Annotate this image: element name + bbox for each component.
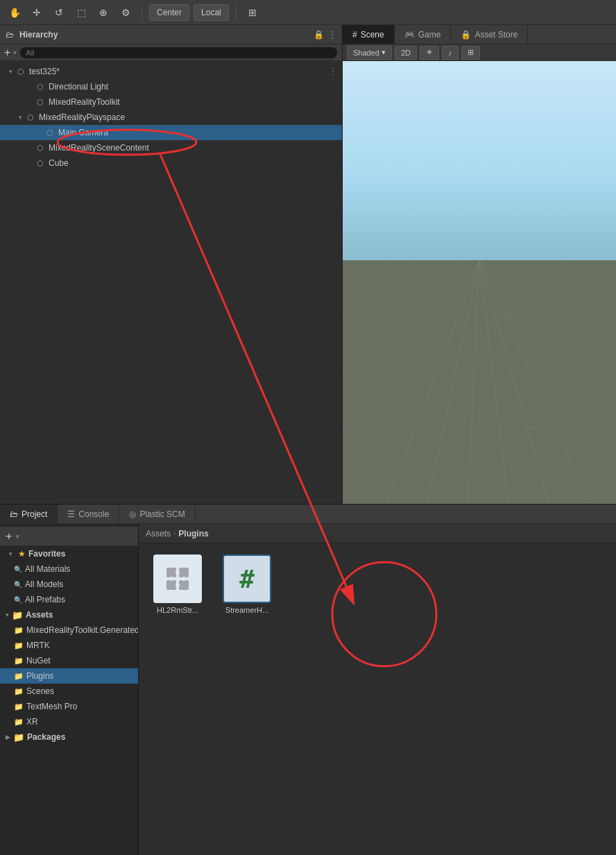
assets-header: ▾ 📁 Assets xyxy=(0,607,138,623)
svg-line-5 xyxy=(479,260,551,504)
scale-tool-icon[interactable]: ⬚ xyxy=(72,3,90,22)
all-prefabs-label: All Prefabs xyxy=(25,595,65,604)
sidebar-item-scenes[interactable]: 📁 Scenes xyxy=(0,684,138,699)
plugins-label: Plugins xyxy=(26,671,53,681)
tree-item-main-camera[interactable]: ⬡ Main Camera xyxy=(0,125,342,140)
mrtk-gen-folder-icon: 📁 xyxy=(14,626,24,635)
svg-line-1 xyxy=(384,260,479,504)
svg-point-18 xyxy=(182,577,186,581)
bottom-panel: 🗁 Project ☰ Console ◎ Plastic SCM + ▾ ▾ … xyxy=(0,504,616,855)
center-button[interactable]: Center xyxy=(149,4,189,21)
scene-panel: # Scene 🎮 Game 🔒 Asset Store Shaded ▾ 2D… xyxy=(343,25,616,504)
tab-console[interactable]: ☰ Console xyxy=(58,505,119,523)
asset-store-icon: 🔒 xyxy=(461,30,471,40)
packages-folder-icon: 📁 xyxy=(13,732,24,743)
tab-game[interactable]: 🎮 Game xyxy=(395,25,452,44)
tab-project[interactable]: 🗁 Project xyxy=(0,505,58,523)
breadcrumb-root[interactable]: Assets xyxy=(146,529,171,539)
sidebar-item-plugins[interactable]: 📁 Plugins xyxy=(0,668,138,684)
audio-icon: ♪ xyxy=(448,49,452,57)
hierarchy-add-button[interactable]: + xyxy=(4,47,10,58)
breadcrumb-arrow-icon: › xyxy=(173,530,176,537)
cube-spacer xyxy=(25,158,35,168)
console-tab-label: Console xyxy=(78,509,109,519)
light-button[interactable]: ☀ xyxy=(420,46,439,60)
sidebar-item-mrtk-generated[interactable]: 📁 MixedRealityToolkit.Generated xyxy=(0,623,138,638)
center-label: Center xyxy=(157,8,182,17)
textmesh-label: TextMesh Pro xyxy=(26,702,77,711)
hierarchy-lock-icon[interactable]: 🔒 xyxy=(314,30,324,40)
sc-spacer xyxy=(25,143,35,153)
hierarchy-menu-icon[interactable]: ⋮ xyxy=(328,30,336,40)
camera-icon: ⬡ xyxy=(44,127,55,138)
sidebar-item-all-prefabs[interactable]: 🔍 All Prefabs xyxy=(0,592,138,607)
tab-plastic-scm[interactable]: ◎ Plastic SCM xyxy=(119,505,195,523)
tree-item-directional-light[interactable]: ⬡ Directional Light xyxy=(0,79,342,94)
scene-view[interactable] xyxy=(343,61,616,504)
tree-item-mrtk[interactable]: ⬡ MixedRealityToolkit xyxy=(0,94,342,110)
sidebar-item-nuget[interactable]: 📁 NuGet xyxy=(0,653,138,668)
separator-1 xyxy=(142,6,142,19)
scene-icon: ⬡ xyxy=(15,66,26,77)
2d-button[interactable]: 2D xyxy=(395,46,417,60)
mrtk-gen-label: MixedRealityToolkit.Generated xyxy=(26,625,139,635)
tree-item-scene-root[interactable]: ▾ ⬡ test325* ⋮ xyxy=(0,64,342,79)
sidebar-item-all-materials[interactable]: 🔍 All Materials xyxy=(0,561,138,577)
scene-tabs: # Scene 🎮 Game 🔒 Asset Store xyxy=(343,25,616,44)
svg-rect-12 xyxy=(179,568,189,577)
settings-icon[interactable]: ⚙ xyxy=(117,3,135,22)
sidebar-item-textmesh[interactable]: 📁 TextMesh Pro xyxy=(0,699,138,714)
nuget-label: NuGet xyxy=(26,656,51,666)
asset-item-hl2rmstr[interactable]: HL2RmStr... xyxy=(150,555,205,614)
project-sidebar: + ▾ ▾ ★ Favorites 🔍 All Materials 🔍 All … xyxy=(0,524,139,855)
project-toolbar: + ▾ xyxy=(0,527,138,546)
scene-arrow-icon: ▾ xyxy=(6,67,15,76)
hash-icon: # xyxy=(239,565,255,593)
grid-icon[interactable]: ⊞ xyxy=(243,3,262,22)
hierarchy-add-arrow[interactable]: ▾ xyxy=(13,49,17,56)
puzzle-svg xyxy=(164,565,191,593)
asset-icon-streamerh: # xyxy=(223,555,271,603)
tree-item-scene-content[interactable]: ⬡ MixedRealitySceneContent xyxy=(0,140,342,155)
svg-line-4 xyxy=(479,260,509,504)
rect-tool-icon[interactable]: ⊕ xyxy=(94,3,112,22)
breadcrumb-current: Plugins xyxy=(178,529,208,539)
shaded-arrow: ▾ xyxy=(382,48,386,57)
plugins-folder-icon: 📁 xyxy=(14,672,24,681)
scenes-label: Scenes xyxy=(26,686,54,696)
tree-item-cube[interactable]: ⬡ Cube xyxy=(0,155,342,171)
audio-button[interactable]: ♪ xyxy=(442,46,459,60)
playspace-icon: ⬡ xyxy=(25,112,36,123)
sidebar-item-mrtk[interactable]: 📁 MRTK xyxy=(0,638,138,653)
xr-label: XR xyxy=(26,717,38,727)
hand-tool-icon[interactable]: ✋ xyxy=(6,3,24,22)
search-icon-prefabs: 🔍 xyxy=(14,596,22,604)
scene-ground xyxy=(343,260,616,504)
gizmo-button[interactable]: ⊞ xyxy=(461,46,480,60)
rotate-tool-icon[interactable]: ↺ xyxy=(50,3,68,22)
sidebar-item-xr[interactable]: 📁 XR xyxy=(0,714,138,729)
console-tab-icon: ☰ xyxy=(67,509,75,519)
top-toolbar: ✋ ✛ ↺ ⬚ ⊕ ⚙ Center Local ⊞ xyxy=(0,0,616,25)
dl-label: Directional Light xyxy=(49,82,108,92)
hierarchy-search-input[interactable] xyxy=(19,46,338,59)
playspace-label: MixedRealityPlayspace xyxy=(39,112,125,122)
scene-options-icon[interactable]: ⋮ xyxy=(328,66,338,77)
favorites-arrow-icon: ▾ xyxy=(6,549,15,559)
sidebar-item-all-models[interactable]: 🔍 All Models xyxy=(0,577,138,592)
local-button[interactable]: Local xyxy=(194,4,229,21)
project-add-button[interactable]: + xyxy=(6,530,12,543)
move-tool-icon[interactable]: ✛ xyxy=(28,3,46,22)
assets-arrow-icon: ▾ xyxy=(6,611,9,618)
game-tab-label: Game xyxy=(418,30,441,40)
tree-item-playspace[interactable]: ▾ ⬡ MixedRealityPlayspace xyxy=(0,110,342,125)
tab-asset-store[interactable]: 🔒 Asset Store xyxy=(451,25,528,44)
project-tab-label: Project xyxy=(22,509,47,519)
shaded-button[interactable]: Shaded ▾ xyxy=(347,46,392,60)
svg-rect-14 xyxy=(179,580,189,590)
playspace-arrow-icon: ▾ xyxy=(15,112,25,122)
asset-item-streamerh[interactable]: # StreamerH... xyxy=(219,555,275,614)
tab-scene[interactable]: # Scene xyxy=(343,25,395,44)
dl-icon: ⬡ xyxy=(35,81,46,92)
project-add-arrow[interactable]: ▾ xyxy=(16,533,19,540)
